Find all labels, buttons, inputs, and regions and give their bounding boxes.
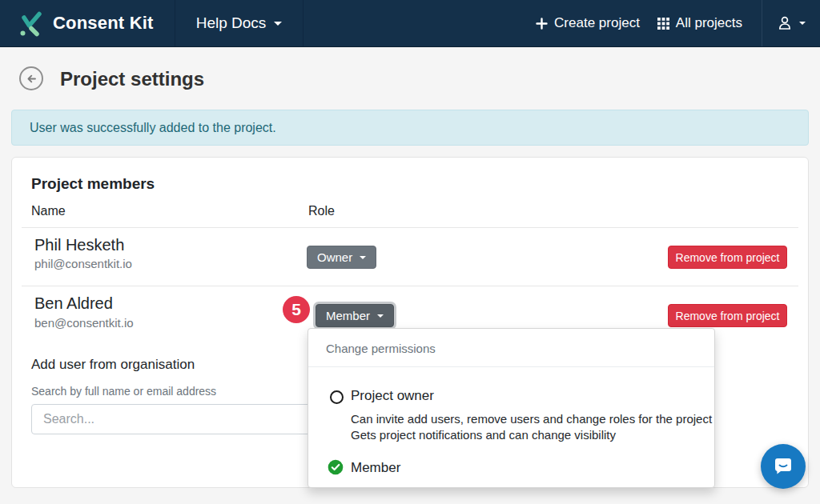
create-project-button[interactable]: Create project: [536, 15, 640, 31]
option-label: Project owner: [351, 388, 434, 404]
column-header-role: Role: [308, 204, 335, 218]
menu-divider: [308, 366, 714, 367]
role-label: Owner: [317, 250, 352, 264]
success-alert: User was successfully added to the proje…: [11, 110, 809, 146]
menu-header: Change permissions: [326, 342, 436, 355]
chevron-down-icon: [799, 22, 806, 25]
check-circle-icon: [328, 459, 344, 475]
brand-title: Consent Kit: [53, 13, 154, 34]
nav-help-docs[interactable]: Help Docs: [175, 0, 303, 46]
role-dropdown-button[interactable]: Owner: [307, 246, 376, 269]
brand-home-link[interactable]: Consent Kit: [18, 0, 154, 46]
table-header-divider: [22, 227, 798, 228]
account-menu-button[interactable]: [762, 0, 820, 46]
radio-unselected-icon: [330, 390, 344, 404]
arrow-left-icon: [25, 72, 38, 86]
page-title: Project settings: [60, 67, 204, 91]
chat-launcher-button[interactable]: [761, 444, 806, 489]
user-icon: [776, 14, 794, 32]
role-dropdown-button[interactable]: Member: [316, 304, 394, 327]
create-project-label: Create project: [554, 15, 640, 31]
column-header-name: Name: [31, 204, 66, 218]
option-label: Member: [351, 460, 400, 476]
step-annotation-badge: 5: [283, 296, 310, 323]
member-name: Ben Aldred: [34, 294, 113, 313]
chevron-down-icon: [360, 256, 366, 259]
consent-kit-logo-icon: [18, 10, 45, 37]
remove-label: Remove from project: [676, 310, 780, 322]
chevron-down-icon: [377, 314, 384, 318]
option-description: Can invite add users, remove users and c…: [351, 412, 712, 426]
change-permissions-menu: Change permissions Project owner Can inv…: [308, 328, 715, 488]
all-projects-button[interactable]: All projects: [657, 15, 742, 31]
help-docs-label: Help Docs: [196, 14, 267, 32]
table-row-divider: [22, 286, 798, 286]
top-navbar: Consent Kit Help Docs Create project: [0, 0, 820, 47]
remove-from-project-button[interactable]: Remove from project: [668, 304, 787, 327]
back-button[interactable]: [19, 66, 43, 90]
option-description: Gets project notifications and can chang…: [351, 428, 616, 442]
alert-message: User was successfully added to the proje…: [30, 121, 276, 135]
remove-from-project-button[interactable]: Remove from project: [668, 246, 787, 269]
remove-label: Remove from project: [676, 251, 780, 264]
member-email: ben@consentkit.io: [34, 316, 134, 330]
all-projects-label: All projects: [676, 15, 742, 31]
add-user-search-hint: Search by full name or email address: [31, 385, 216, 398]
step-number: 5: [291, 300, 301, 319]
member-email: phil@consentkit.io: [34, 257, 132, 270]
plus-icon: [536, 18, 548, 30]
project-settings-screen: Consent Kit Help Docs Create project: [0, 0, 820, 504]
add-user-section-title: Add user from organisation: [31, 357, 195, 373]
chat-bubble-icon: [772, 455, 794, 478]
grid-icon: [657, 18, 669, 30]
member-name: Phil Hesketh: [34, 236, 124, 254]
chevron-down-icon: [274, 22, 282, 26]
navbar-right-group: Create project All projects: [536, 0, 820, 46]
role-label: Member: [326, 309, 370, 322]
card-title: Project members: [31, 175, 155, 193]
